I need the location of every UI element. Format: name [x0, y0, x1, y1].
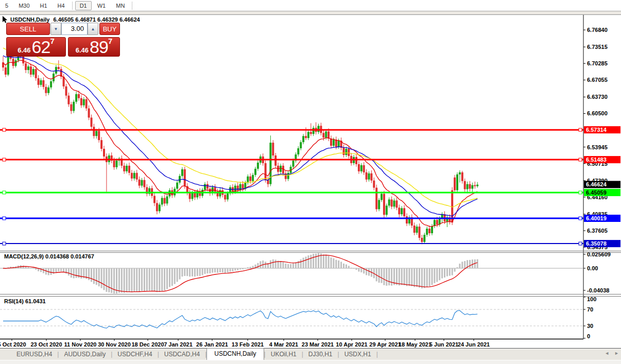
candle	[368, 171, 370, 182]
sell-price-main: 62	[32, 39, 50, 55]
macd-bar	[194, 268, 196, 276]
macd-bar	[313, 254, 314, 268]
sell-button[interactable]: SELL	[6, 23, 50, 35]
macd-bar	[383, 268, 385, 285]
macd-bar	[348, 266, 350, 268]
macd-bar	[146, 268, 148, 291]
volume-decrease-button[interactable]: ▼	[50, 23, 61, 35]
tab-audusd-daily[interactable]: AUDUSD,Daily	[59, 349, 111, 360]
macd-bar	[133, 268, 135, 291]
macd-bar	[356, 268, 357, 270]
candle	[434, 218, 436, 228]
timeframe-button-h4[interactable]: H4	[53, 1, 70, 10]
rsi-axis-label: 0	[587, 333, 590, 339]
candle	[401, 206, 403, 216]
candle	[45, 84, 47, 96]
date-label: 13 Feb 2021	[232, 341, 264, 348]
candle	[295, 152, 297, 163]
candle	[184, 167, 186, 189]
macd-bar	[282, 262, 284, 268]
candle	[153, 193, 156, 206]
hline-handle[interactable]	[3, 128, 6, 131]
candle	[272, 140, 274, 158]
level-price-tag-text: 6.45059	[586, 189, 607, 196]
hline-handle[interactable]	[579, 128, 582, 131]
candles-series	[2, 47, 478, 244]
hline-handle[interactable]	[579, 158, 582, 161]
macd-bar	[331, 257, 332, 268]
macd-bar	[45, 268, 47, 274]
macd-bar	[411, 268, 412, 286]
tab-usdcnh-daily[interactable]: USDCNH,Daily	[206, 348, 264, 360]
buy-price-prefix: 6.46	[76, 46, 89, 55]
timeframe-button-m30[interactable]: M30	[14, 1, 34, 10]
timeframe-button-d1[interactable]: D1	[75, 1, 92, 10]
macd-bar	[68, 268, 70, 275]
candle	[30, 63, 32, 77]
date-label: 11 Nov 2020	[64, 341, 97, 348]
tab-usdx-h1[interactable]: USDX,H1	[339, 349, 376, 360]
macd-bar	[323, 254, 324, 268]
candle	[91, 114, 93, 129]
macd-bar	[32, 268, 34, 269]
macd-bar	[197, 268, 198, 276]
candle	[40, 78, 42, 87]
tab-ukoil-h1[interactable]: UKOil,H1	[266, 349, 302, 360]
macd-axis-label: 0.025609	[587, 251, 611, 257]
candle	[464, 179, 466, 192]
tab-usdchf-h4[interactable]: USDCHF,H4	[112, 349, 157, 360]
volume-input[interactable]: 3.00	[61, 23, 88, 35]
candle	[166, 194, 168, 205]
candle	[340, 137, 342, 150]
hline-handle[interactable]	[579, 191, 582, 194]
macd-bar	[98, 268, 100, 286]
sell-quote-panel[interactable]: 6.46 62 7	[6, 37, 66, 57]
macd-bar	[164, 268, 165, 290]
macd-bar	[186, 268, 188, 276]
volume-increase-button[interactable]: ▲	[88, 23, 98, 35]
price-tick-label: 6.70285	[587, 60, 608, 66]
timeframe-button-5[interactable]: 5	[1, 1, 13, 10]
hline-handle[interactable]	[3, 242, 6, 245]
candle	[318, 124, 320, 134]
macd-bar	[285, 264, 286, 268]
hline-handle[interactable]	[3, 217, 6, 220]
timeframe-button-w1[interactable]: W1	[93, 1, 111, 10]
macd-bar	[280, 261, 282, 268]
hline-handle[interactable]	[3, 191, 6, 194]
macd-bar	[232, 268, 233, 271]
candle	[93, 124, 95, 138]
tab-eurusd-h4[interactable]: EURUSD,H4	[11, 349, 57, 360]
hline-handle[interactable]	[579, 217, 582, 220]
chart-window[interactable]: 6.768406.735156.702856.670556.637306.605…	[0, 15, 621, 349]
candle	[307, 130, 309, 140]
macd-bar	[212, 268, 213, 273]
candle	[47, 85, 49, 95]
candle	[363, 162, 365, 175]
timeframe-button-h1[interactable]: H1	[36, 1, 52, 10]
rsi-axis-label: 70	[587, 306, 593, 313]
tab-scroll-left-icon[interactable]: ◄	[605, 351, 609, 356]
macd-bar	[250, 267, 251, 268]
date-label: 18 Dec 2020	[132, 341, 164, 348]
timeframe-button-mn[interactable]: MN	[111, 1, 129, 10]
hline-handle[interactable]	[3, 158, 6, 161]
buy-quote-panel[interactable]: 6.46 89 7	[68, 37, 120, 57]
macd-axis-label: 0.00	[587, 265, 598, 271]
rsi-line	[3, 310, 477, 328]
hline-handle[interactable]	[579, 242, 582, 245]
chart-canvas[interactable]: 6.768406.735156.702856.670556.637306.605…	[0, 15, 621, 349]
macd-bar	[260, 261, 261, 268]
candle	[254, 167, 256, 177]
macd-bar	[50, 268, 52, 275]
macd-bar	[161, 268, 163, 291]
tab-usdcad-h4[interactable]: USDCAD,H4	[159, 349, 205, 360]
tab-dj30-h1[interactable]: DJ30,H1	[303, 349, 338, 360]
tab-scroll-right-icon[interactable]: ►	[614, 351, 619, 356]
candle	[456, 172, 458, 193]
buy-button[interactable]: BUY	[99, 23, 120, 35]
macd-bar	[126, 268, 128, 292]
candle	[302, 134, 304, 144]
candle	[411, 214, 413, 228]
chart-tabbar: EURUSD,H4|AUDUSD,Daily|USDCHF,H4|USDCAD,…	[0, 349, 621, 360]
